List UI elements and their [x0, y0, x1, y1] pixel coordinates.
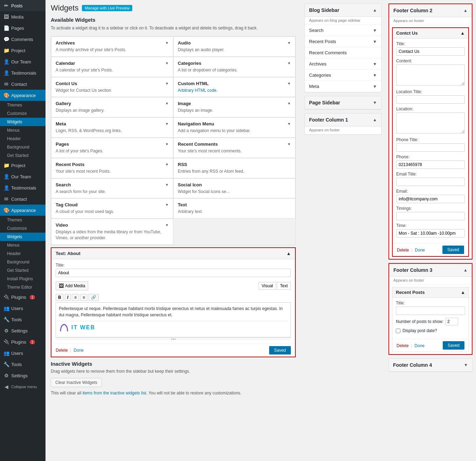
widget-navigation-menu[interactable]: Navigation Menu ▼ Add a navigation menu … — [173, 117, 295, 138]
blog-sidebar-archives[interactable]: Archives ▼ — [305, 59, 381, 70]
widget-recent-comments[interactable]: Recent Comments ▼ Your site's most recen… — [173, 138, 295, 158]
blog-sidebar-header[interactable]: Blog Sidebar ▲ — [305, 4, 381, 17]
fc2-email-input[interactable] — [396, 195, 465, 203]
sidebar-item-our-team[interactable]: 👤 Our Team — [0, 56, 46, 67]
widget-pages[interactable]: Pages ▼ A list of your site's Pages. — [51, 138, 173, 158]
text-widget-title-input[interactable] — [56, 269, 291, 277]
sidebar-sub-get-started[interactable]: Get Started — [0, 151, 46, 160]
fc2-phone-title-input[interactable] — [396, 143, 465, 152]
widget-recent-posts[interactable]: Recent Posts ▼ Your site's most recent P… — [51, 158, 173, 178]
footer-col1-collapse[interactable]: ▲ — [373, 117, 377, 122]
sidebar-sub-widgets2[interactable]: Widgets — [0, 233, 46, 241]
editor-content-area[interactable]: Pellentesque ut neque. Pellentesque habi… — [56, 302, 291, 337]
sidebar-sub-themes[interactable]: Themes — [0, 101, 46, 109]
fc2-location-textarea[interactable] — [396, 112, 465, 133]
add-media-button[interactable]: 🖼 Add Media — [56, 281, 88, 290]
fc3-date-checkbox[interactable] — [396, 329, 400, 333]
text-widget-saved-button[interactable]: Saved — [269, 346, 291, 355]
fc2-timings-input[interactable] — [396, 212, 465, 220]
sidebar-item-contact[interactable]: ✉ Contact — [0, 78, 46, 90]
footer-col2-inner-collapse[interactable]: ▲ — [460, 30, 465, 36]
sidebar-sub-get-started2[interactable]: Get Started — [0, 266, 46, 275]
widget-video[interactable]: Video ▼ Displays a video from the media … — [51, 219, 173, 245]
text-widget-done-link[interactable]: Done — [74, 348, 84, 353]
sidebar-sub-background2[interactable]: Background — [0, 258, 46, 266]
sidebar-item-tools2[interactable]: 🔧 Tools — [0, 359, 46, 370]
fc2-done-link[interactable]: Done — [415, 248, 425, 253]
fc2-delete-link[interactable]: Delete — [397, 248, 409, 253]
sidebar-item-settings[interactable]: ⚙ Settings — [0, 325, 46, 336]
sidebar-sub-menus[interactable]: Menus — [0, 126, 46, 135]
widget-audio[interactable]: Audio ▼ Displays an audio player. — [173, 36, 295, 57]
sidebar-sub-widgets[interactable]: Widgets — [0, 118, 46, 126]
widget-search[interactable]: Search ▼ A search form for your site. — [51, 178, 173, 199]
sidebar-item-collapse[interactable]: ◀ Collapse menu — [0, 381, 46, 392]
sidebar-item-appearance2[interactable]: 🎨 Appearance — [0, 205, 46, 216]
fc2-title-input[interactable] — [396, 47, 465, 56]
fc2-phone-input[interactable] — [396, 160, 465, 169]
widget-custom-html[interactable]: Custom HTML ▼ Arbitrary HTML code. — [173, 77, 295, 97]
sidebar-item-posts[interactable]: ✏ Posts — [0, 0, 46, 11]
widget-meta[interactable]: Meta ▼ Login, RSS, & WordPress.org links… — [51, 117, 173, 138]
sidebar-sub-header2[interactable]: Header — [0, 249, 46, 258]
fc2-content-textarea[interactable] — [396, 64, 465, 85]
text-button[interactable]: Text — [277, 282, 291, 290]
sidebar-item-project2[interactable]: 📁 Project — [0, 160, 46, 171]
sidebar-sub-background[interactable]: Background — [0, 143, 46, 151]
widget-archives[interactable]: Archives ▼ A monthly archive of your sit… — [51, 36, 173, 57]
widget-rss[interactable]: RSS Entries from any RSS or Atom feed. — [173, 158, 295, 178]
bold-button[interactable]: B — [56, 294, 64, 301]
sidebar-item-testimonials2[interactable]: 👤 Testimonials — [0, 182, 46, 193]
fc3-done-link[interactable]: Done — [414, 343, 425, 348]
footer-col2-header[interactable]: Footer Column 2 ▲ — [389, 4, 472, 17]
fc3-title-input[interactable] — [396, 307, 465, 315]
fc2-location-title-input[interactable] — [396, 95, 465, 104]
sidebar-item-media[interactable]: 🖼 Media — [0, 11, 46, 22]
sidebar-item-testimonials[interactable]: 👤 Testimonials — [0, 67, 46, 78]
sidebar-item-users[interactable]: 👥 Users — [0, 303, 46, 314]
sidebar-sub-header[interactable]: Header — [0, 135, 46, 143]
sidebar-item-appearance[interactable]: 🎨 Appearance — [0, 90, 46, 101]
widget-calendar[interactable]: Calendar ▼ A calendar of your site's Pos… — [51, 57, 173, 77]
visual-button[interactable]: Visual — [259, 282, 276, 290]
footer-col2-collapse-icon[interactable]: ▲ — [463, 8, 468, 13]
widget-social-icon[interactable]: Social Icon Widget for Social icons se..… — [173, 178, 295, 199]
widget-contct-us[interactable]: Contct Us ▼ Widget for Contact Us sectio… — [51, 77, 173, 97]
clear-warning-link[interactable]: items from the inactive widgets list — [83, 391, 146, 395]
footer-col2-inner-header[interactable]: Contct Us ▲ — [393, 28, 468, 39]
fc3-delete-link[interactable]: Delete — [397, 343, 409, 348]
sidebar-item-tools[interactable]: 🔧 Tools — [0, 314, 46, 325]
footer-col3-inner-collapse[interactable]: ▲ — [461, 290, 465, 295]
widget-gallery[interactable]: Gallery ▼ Displays an image gallery. — [51, 97, 173, 117]
sidebar-sub-theme-editor[interactable]: Theme Editor — [0, 283, 46, 291]
page-sidebar-collapse[interactable]: ▼ — [373, 100, 377, 105]
widget-tag-cloud[interactable]: Tag Cloud ▼ A cloud of your most used ta… — [51, 198, 173, 219]
fc2-email-title-input[interactable] — [396, 178, 465, 186]
sidebar-item-settings2[interactable]: ⚙ Settings — [0, 370, 46, 381]
widget-text[interactable]: Text Arbitrary text. — [173, 198, 295, 219]
blog-sidebar-search[interactable]: Search ▼ — [305, 25, 381, 36]
sidebar-sub-themes2[interactable]: Themes — [0, 216, 46, 224]
footer-col4-collapse-icon[interactable]: ▼ — [464, 363, 468, 367]
ol-button[interactable]: ≡ — [80, 294, 88, 301]
sidebar-sub-menus2[interactable]: Menus — [0, 241, 46, 249]
sidebar-item-plugins[interactable]: 🔌 Plugins 1 — [0, 291, 46, 303]
sidebar-item-project[interactable]: 📁 Project — [0, 45, 46, 56]
footer-col3-header[interactable]: Footer Column 3 ▲ — [389, 264, 472, 277]
italic-button[interactable]: I — [65, 294, 71, 301]
blog-sidebar-collapse[interactable]: ▲ — [373, 8, 377, 13]
link-button[interactable]: 🔗 — [89, 294, 99, 301]
footer-col3-inner-header[interactable]: Recent Posts ▲ — [392, 287, 469, 298]
page-sidebar-header[interactable]: Page Sidebar ▼ — [305, 96, 381, 109]
fc3-saved-button[interactable]: Saved — [443, 341, 464, 350]
widget-image[interactable]: Image ▼ Displays an image. — [173, 97, 295, 117]
editor-resize-handle[interactable]: ⋯ — [56, 337, 291, 340]
widget-categories[interactable]: Categories ▼ A list or dropdown of categ… — [173, 57, 295, 77]
sidebar-item-comments[interactable]: 💬 Comments — [0, 34, 46, 45]
blog-sidebar-recent-posts[interactable]: Recent Posts ▼ — [305, 36, 381, 47]
fc3-posts-input[interactable] — [446, 318, 458, 325]
sidebar-sub-customize[interactable]: Customize — [0, 109, 46, 118]
sidebar-item-pages[interactable]: 📄 Pages — [0, 22, 46, 34]
sidebar-item-plugins2[interactable]: 🔌 Plugins 1 — [0, 336, 46, 348]
text-widget-collapse-icon[interactable]: ▲ — [286, 251, 291, 256]
